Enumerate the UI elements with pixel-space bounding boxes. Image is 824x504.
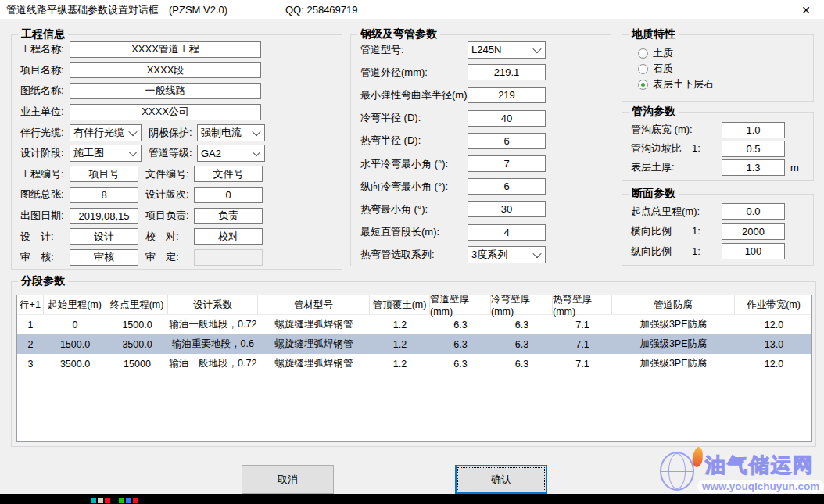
sheet-count-field[interactable]: 8 — [70, 187, 138, 203]
steel-params-group: 钢级及弯管参数 管道型号: L245N 管道外径(mm): 219.1 最小弹性… — [350, 34, 611, 266]
owner-field[interactable]: XXXX公司 — [70, 104, 261, 120]
cold-bend-radius-field[interactable]: 40 — [468, 110, 546, 127]
table-cell: 12.0 — [735, 354, 812, 374]
table-cell: 3500.0 — [106, 334, 168, 354]
table-cell: 1.2 — [370, 334, 430, 354]
form-row: 出图日期: 2019,08,15 项目负责: 负责 — [12, 206, 342, 227]
pipe-grade-select[interactable]: GA2 — [197, 145, 265, 162]
hot-bend-radius-field[interactable]: 6 — [468, 133, 546, 149]
radio-icon[interactable] — [638, 64, 648, 74]
field-label: 项目负责: — [145, 209, 194, 223]
taskbar-icon[interactable] — [98, 498, 103, 503]
table-header-cell: 设计系数 — [168, 295, 258, 314]
hot-bend-series-select[interactable]: 3度系列 — [468, 246, 546, 263]
reviewer-field[interactable]: 审核 — [70, 249, 138, 266]
cancel-button[interactable]: 取消 — [242, 465, 334, 494]
designer-field[interactable]: 设计 — [70, 228, 138, 245]
item-name-field[interactable]: XXXX段 — [70, 62, 261, 78]
taskbar-icon[interactable] — [119, 498, 124, 503]
issue-date-field[interactable]: 2019,08,15 — [70, 208, 138, 224]
project-info-group: 工程信息 工程名称: XXXX管道工程 项目名称: XXXX段 图纸名称: 一般… — [11, 34, 342, 270]
project-lead-field[interactable]: 负责 — [194, 208, 263, 224]
table-cell: 1.2 — [370, 315, 430, 334]
field-label: 图纸总张: — [20, 188, 70, 202]
confirm-button[interactable]: 确认 — [455, 465, 547, 494]
table-header-cell: 起始里程(m) — [44, 295, 106, 314]
table-cell: 输油一般地段，0.72 — [168, 354, 258, 374]
dialog-window: 管道线路平纵基础参数设置对话框 (PZSM V2.0) QQ: 25846971… — [0, 0, 824, 494]
segments-table-header: 行+1起始里程(m)终点里程(m)设计系数管材型号管顶覆土(m)管道壁厚(mm)… — [17, 295, 811, 315]
min-elastic-radius-field[interactable]: 219 — [468, 87, 546, 103]
form-row: 图纸名称: 一般线路 — [12, 80, 342, 102]
unit-suffix: m — [790, 162, 799, 173]
select-value: 3度系列 — [471, 248, 507, 262]
radio-option-soil[interactable]: 土质 — [622, 45, 813, 61]
segments-table-body: 101500.0输油一般地段，0.72螺旋缝埋弧焊钢管1.26.36.37.1加… — [17, 315, 811, 374]
radio-icon[interactable] — [638, 48, 648, 59]
form-row: 管沟边坡比 1: 0.5 — [622, 139, 813, 158]
drawing-name-field[interactable]: 一般线路 — [70, 83, 261, 99]
pipe-model-select[interactable]: L245N — [468, 41, 546, 59]
form-row: 伴行光缆: 有伴行光缆 阴极保护: 强制电流 — [12, 122, 342, 143]
form-row: 热弯管选取系列: 3度系列 — [351, 244, 611, 266]
fiber-cable-select[interactable]: 有伴行光缆 — [70, 124, 142, 141]
field-label: 阴极保护: — [149, 126, 197, 140]
start-mileage-field[interactable]: 0.0 — [722, 203, 785, 220]
trench-bottom-width-field[interactable]: 1.0 — [722, 122, 785, 138]
form-row: 横向比例 1: 2000 — [622, 222, 813, 242]
form-row: 水平冷弯最小角 (°): 7 — [351, 152, 611, 175]
trench-slope-ratio-field[interactable]: 0.5 — [722, 141, 785, 157]
field-label: 文件编号: — [145, 167, 194, 181]
table-cell: 1.2 — [370, 354, 430, 374]
outer-diameter-field[interactable]: 219.1 — [468, 64, 546, 80]
segments-table[interactable]: 行+1起始里程(m)终点里程(m)设计系数管材型号管顶覆土(m)管道壁厚(mm)… — [16, 295, 812, 442]
radio-option-rock[interactable]: 石质 — [622, 61, 813, 77]
taskbar-icon[interactable] — [126, 498, 131, 503]
table-cell: 加强级3PE防腐 — [612, 334, 735, 354]
table-row[interactable]: 101500.0输油一般地段，0.72螺旋缝埋弧焊钢管1.26.36.37.1加… — [17, 315, 811, 334]
checker-field[interactable]: 校对 — [194, 228, 263, 245]
table-cell: 螺旋缝埋弧焊钢管 — [258, 334, 370, 354]
field-label: 项目名称: — [20, 63, 70, 77]
table-cell: 13.0 — [735, 334, 812, 354]
close-icon[interactable]: ✕ — [788, 0, 824, 20]
topsoil-thickness-field[interactable]: 1.3 — [722, 159, 785, 176]
field-label: 管道型号: — [360, 43, 468, 57]
qq-contact: QQ: 258469719 — [285, 0, 358, 20]
table-header-cell: 管顶覆土(m) — [370, 295, 430, 314]
hot-bend-min-angle-field[interactable]: 30 — [468, 201, 546, 217]
field-label: 热弯半径 (D): — [360, 134, 468, 148]
window-title: 管道线路平纵基础参数设置对话框 (PZSM V2.0) — [6, 0, 227, 20]
table-cell: 6.3 — [491, 354, 553, 374]
field-label: 管沟底宽 (m): — [631, 123, 722, 137]
cathodic-protection-select[interactable]: 强制电流 — [197, 124, 265, 141]
field-label: 表层土厚: — [631, 160, 722, 174]
project-name-field[interactable]: XXXX管道工程 — [70, 41, 261, 58]
design-stage-select[interactable]: 施工图 — [70, 145, 142, 162]
project-number-field[interactable]: 项目号 — [70, 166, 138, 182]
design-version-field[interactable]: 0 — [194, 187, 263, 203]
field-label: 纵向冷弯最小角 (°): — [360, 180, 468, 194]
min-straight-pipe-length-field[interactable]: 4 — [468, 224, 546, 241]
select-value: 施工图 — [73, 146, 104, 160]
field-label: 图纸名称: — [20, 84, 70, 98]
taskbar-icon[interactable] — [133, 498, 138, 503]
table-header-cell: 管道防腐 — [612, 295, 735, 314]
horiz-cold-bend-min-angle-field[interactable]: 7 — [468, 155, 546, 172]
vert-cold-bend-min-angle-field[interactable]: 6 — [468, 178, 546, 195]
table-row[interactable]: 21500.03500.0输油重要地段，0.6螺旋缝埋弧焊钢管1.26.36.3… — [17, 334, 811, 354]
radio-option-topsoil-rock[interactable]: 表层土下层石 — [622, 77, 813, 92]
steel-params-title: 钢级及弯管参数 — [357, 27, 440, 41]
vertical-scale-field[interactable]: 100 — [722, 243, 785, 259]
field-label: 设计版次: — [145, 188, 194, 202]
radio-selected-icon[interactable] — [638, 80, 648, 90]
file-number-field[interactable]: 文件号 — [194, 166, 263, 182]
taskbar-icon[interactable] — [105, 498, 110, 503]
horizontal-scale-field[interactable]: 2000 — [722, 223, 785, 240]
taskbar-icon[interactable] — [91, 498, 96, 503]
form-row: 审 核: 审核 审 定: — [12, 247, 342, 268]
select-value: 强制电流 — [201, 126, 242, 140]
table-cell: 7.1 — [553, 354, 612, 374]
field-label: 冷弯半径 (D): — [360, 111, 468, 125]
table-row[interactable]: 33500.015000输油一般地段，0.72螺旋缝埋弧焊钢管1.26.36.3… — [17, 354, 811, 374]
